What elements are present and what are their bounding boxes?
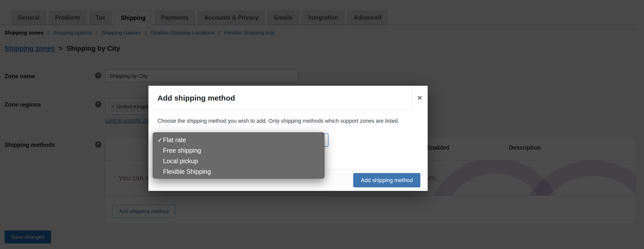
- check-placeholder: [153, 166, 163, 177]
- check-icon: ✓: [153, 135, 163, 145]
- dropdown-option-flat-rate[interactable]: ✓ Flat rate: [153, 135, 324, 145]
- check-placeholder: [153, 156, 163, 166]
- dropdown-option-flexible-shipping[interactable]: Flexible Shipping: [153, 166, 324, 177]
- modal-header: Add shipping method ✕: [148, 86, 428, 110]
- modal-title: Add shipping method: [157, 86, 235, 110]
- dropdown-option-free-shipping[interactable]: Free shipping: [153, 145, 324, 156]
- confirm-add-shipping-method-button[interactable]: Add shipping method: [353, 173, 420, 187]
- dropdown-option-label: Free shipping: [163, 145, 201, 156]
- dropdown-option-local-pickup[interactable]: Local pickup: [153, 156, 324, 166]
- dropdown-option-label: Local pickup: [163, 156, 198, 166]
- check-placeholder: [153, 145, 163, 156]
- modal-description: Choose the shipping method you wish to a…: [157, 117, 399, 125]
- dropdown-option-label: Flat rate: [163, 135, 186, 145]
- close-icon[interactable]: ✕: [412, 86, 428, 110]
- shipping-method-dropdown: ✓ Flat rate Free shipping Local pickup F…: [153, 132, 325, 179]
- dropdown-option-label: Flexible Shipping: [163, 166, 211, 177]
